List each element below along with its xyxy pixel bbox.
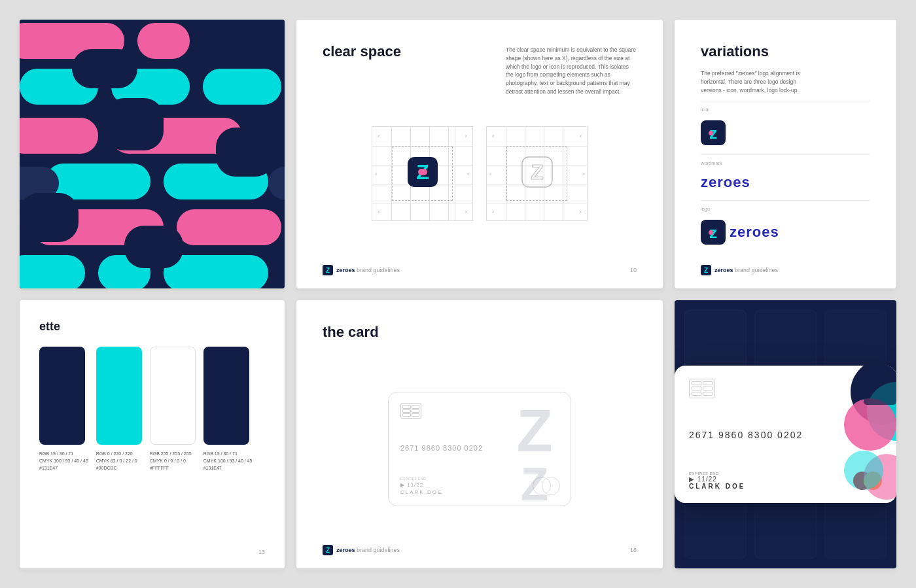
swatch-white-info: RGB 255 / 255 / 255 CMYK 0 / 0 / 0 / 0 #… (150, 450, 196, 472)
svg-rect-45 (864, 372, 896, 405)
card-expiry: ▶ 11/22 (400, 482, 442, 488)
svg-rect-8 (20, 118, 98, 154)
svg-text:Z: Z (704, 267, 708, 274)
variations-panel: variations The preferred "zeroes" logo a… (675, 20, 896, 288)
card-footer: Z zeroes brand guidelines 16 (323, 538, 637, 555)
svg-rect-2 (137, 23, 190, 59)
logo-label: logo (701, 206, 870, 212)
dark-card-main: 2671 9860 8300 0202 EXPIRES END ▶ 11/22 … (675, 366, 896, 503)
svg-rect-7 (190, 20, 255, 56)
variations-description: The preferred "zeroes" logo alignment is… (701, 69, 805, 94)
variations-content: icon z wordmark zeroes logo (701, 101, 870, 258)
card-name: CLARK DOE (400, 489, 442, 495)
card-footer-logo: Z zeroes brand guidelines (323, 545, 400, 555)
svg-rect-16 (20, 255, 85, 288)
credit-card-container: 2671 9860 8300 0202 EXPIRES END ▶ 11/22 … (323, 360, 637, 539)
page-number: 10 (630, 267, 637, 273)
dark-card-name: CLARK DOE (689, 483, 745, 490)
dark-card-info: EXPIRES END ▶ 11/22 CLARK DOE (689, 472, 745, 490)
svg-point-47 (844, 451, 883, 490)
wordmark-label: wordmark (701, 160, 870, 166)
variations-title: variations (701, 43, 870, 60)
svg-rect-21 (20, 193, 79, 242)
variations-footer-logo: Z zeroes brand guidelines (701, 265, 778, 275)
pattern-panel (20, 20, 285, 288)
card-page-num: 16 (630, 547, 637, 553)
swatch-cyan: RGB 0 / 220 / 220 CMYK 62 / 0 / 22 / 0 #… (96, 347, 142, 544)
svg-text:Z: Z (326, 547, 330, 554)
pattern-svg (20, 20, 285, 288)
svg-text:Z: Z (531, 160, 544, 184)
footer-logo: Z zeroes brand guidelines (323, 265, 400, 275)
credit-card: 2671 9860 8300 0202 EXPIRES END ▶ 11/22 … (388, 392, 571, 506)
swatch-navy: RGB 19 / 30 / 71 CMYK 100 / 93 / 40 / 45… (39, 347, 88, 544)
zeroes-logo-icon: z (701, 220, 726, 245)
variation-wordmark-row: wordmark zeroes (701, 154, 870, 194)
zeroes-logo-text: zeroes (730, 224, 779, 241)
variation-icon-item: z (701, 118, 870, 148)
svg-point-44 (844, 398, 896, 451)
clearspace-footer: Z zeroes brand guidelines 10 (323, 258, 637, 275)
footer-brand-name: zeroes brand guidelines (336, 267, 400, 273)
svg-text:Z: Z (326, 267, 330, 274)
svg-rect-35 (709, 230, 713, 235)
swatch-navy-info: RGB 19 / 30 / 71 CMYK 100 / 93 / 40 / 45… (39, 450, 88, 472)
svg-rect-5 (203, 69, 281, 105)
swatch-dark-navy: RGB 19 / 30 / 71 CMYK 100 / 93 / 40 / 45… (203, 347, 253, 544)
svg-text:Z: Z (521, 459, 549, 504)
variations-footer-text: zeroes brand guidelines (714, 267, 778, 273)
clearspace-diagram-1: x x x x x x Z (372, 126, 473, 221)
svg-rect-25 (418, 169, 427, 175)
zeroes-icon-large: z (701, 120, 726, 145)
swatch-white: RGB 255 / 255 / 255 CMYK 0 / 0 / 0 / 0 #… (150, 347, 196, 544)
card-footer-text: zeroes brand guidelines (336, 547, 400, 553)
variation-logo-item: z zeroes (701, 217, 870, 247)
palette-panel: ette RGB 19 / 30 / 71 CMYK 100 / 93 / 40… (20, 300, 285, 569)
dark-card-chip (689, 379, 715, 398)
icon-label: icon (701, 107, 870, 112)
dark-card-expiry: ▶ 11/22 (689, 476, 745, 483)
card-expiry-label: EXPIRES END (400, 477, 442, 481)
zeroes-wordmark-text: zeroes (701, 174, 750, 191)
clearspace-description: The clear space minimum is equivalent to… (506, 46, 637, 96)
card-corner-pattern (824, 366, 896, 503)
clearspace-diagrams: x x x x x x Z (323, 89, 637, 258)
card-zeroes-icon: Z (323, 545, 333, 555)
zeroes-icon-small: Z (323, 265, 333, 275)
svg-rect-6 (72, 49, 137, 88)
card-panel: the card 2671 9860 8300 0202 EXPIRES END… (296, 300, 663, 569)
card-title: the card (323, 324, 637, 341)
svg-text:Z: Z (517, 399, 553, 464)
clearspace-diagram-2: x x x x x x Z (486, 126, 588, 221)
variation-wordmark-item: zeroes (701, 171, 870, 194)
variation-icon-row: icon z (701, 101, 870, 148)
svg-rect-15 (177, 209, 281, 245)
clearspace-panel: clear space The clear space minimum is e… (296, 20, 663, 288)
dark-card-panel: 0202 ▶ 11/22 CLARK DOE 2671 9860 8 (675, 300, 896, 569)
svg-rect-22 (124, 226, 183, 268)
variation-logo-row: logo z zeroes (701, 200, 870, 247)
palette-title: ette (39, 320, 265, 334)
svg-rect-19 (105, 98, 164, 150)
variations-footer: Z zeroes brand guidelines (701, 258, 870, 275)
color-swatches: RGB 19 / 30 / 71 CMYK 100 / 93 / 40 / 45… (39, 347, 265, 544)
swatch-cyan-info: RGB 0 / 220 / 220 CMYK 62 / 0 / 22 / 0 #… (96, 450, 142, 472)
palette-page-num: 13 (258, 549, 265, 555)
card-info: EXPIRES END ▶ 11/22 CLARK DOE (400, 477, 442, 495)
svg-rect-20 (216, 128, 275, 177)
variations-zeroes-icon: Z (701, 265, 711, 275)
swatch-dark-navy-info: RGB 19 / 30 / 71 CMYK 100 / 93 / 40 / 45… (203, 450, 253, 472)
card-chip (400, 403, 421, 419)
svg-rect-32 (709, 131, 713, 135)
